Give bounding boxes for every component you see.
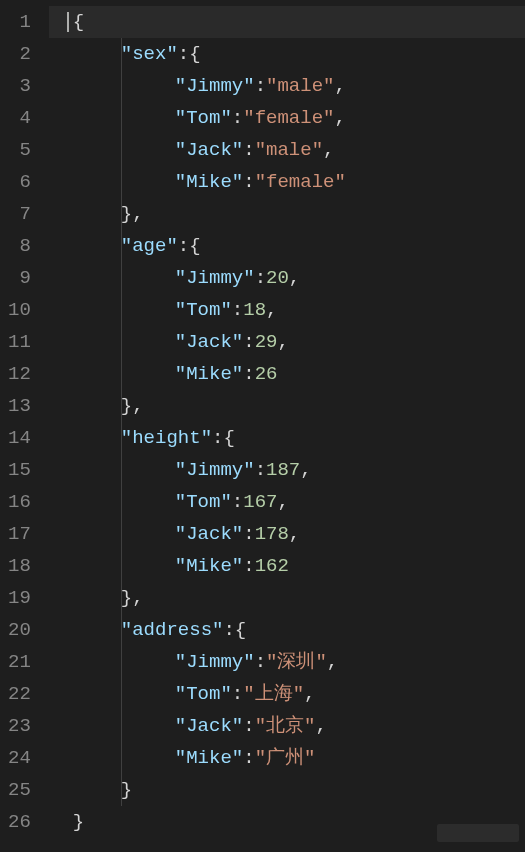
colon: : — [232, 683, 243, 705]
json-string: "北京" — [255, 715, 316, 737]
brace-close: } — [121, 779, 132, 801]
code-line: "Tom":167, — [49, 486, 525, 518]
colon: : — [255, 75, 266, 97]
comma: , — [323, 139, 334, 161]
json-number: 29 — [255, 331, 278, 353]
json-key: "Jimmy" — [175, 267, 255, 289]
comma: , — [300, 459, 311, 481]
code-line: "Jack":"北京", — [49, 710, 525, 742]
colon: : — [243, 555, 254, 577]
json-string: "female" — [243, 107, 334, 129]
code-line: "Mike":26 — [49, 358, 525, 390]
line-number: 6 — [8, 166, 31, 198]
json-key: "Tom" — [175, 299, 232, 321]
comma: , — [334, 107, 345, 129]
json-key: "sex" — [121, 43, 178, 65]
colon: : — [243, 363, 254, 385]
colon: : — [243, 139, 254, 161]
line-number: 5 — [8, 134, 31, 166]
json-key: "Jimmy" — [175, 75, 255, 97]
colon: : — [243, 331, 254, 353]
json-string: "male" — [266, 75, 334, 97]
comma: , — [327, 651, 338, 673]
punct: :{ — [223, 619, 246, 641]
line-number: 24 — [8, 742, 31, 774]
comma: , — [289, 267, 300, 289]
code-line: { — [49, 6, 525, 38]
colon: : — [243, 715, 254, 737]
line-number: 9 — [8, 262, 31, 294]
code-line: "Jack":29, — [49, 326, 525, 358]
comma: , — [277, 491, 288, 513]
colon: : — [243, 523, 254, 545]
line-number: 2 — [8, 38, 31, 70]
code-line: }, — [49, 582, 525, 614]
brace-close: }, — [121, 203, 144, 225]
line-number: 21 — [8, 646, 31, 678]
comma: , — [266, 299, 277, 321]
json-number: 20 — [266, 267, 289, 289]
comma: , — [277, 331, 288, 353]
punct: :{ — [212, 427, 235, 449]
line-number: 17 — [8, 518, 31, 550]
line-number: 13 — [8, 390, 31, 422]
code-line: "Jimmy":"male", — [49, 70, 525, 102]
json-number: 26 — [255, 363, 278, 385]
line-number: 16 — [8, 486, 31, 518]
minimap-slider[interactable] — [437, 824, 519, 842]
code-line: "Tom":"上海", — [49, 678, 525, 710]
json-key: "Jack" — [175, 139, 243, 161]
code-line: "sex":{ — [49, 38, 525, 70]
line-number: 10 — [8, 294, 31, 326]
json-string: "上海" — [243, 683, 304, 705]
line-number: 23 — [8, 710, 31, 742]
code-line: "age":{ — [49, 230, 525, 262]
code-line: "Mike":"广州" — [49, 742, 525, 774]
comma: , — [289, 523, 300, 545]
json-number: 167 — [243, 491, 277, 513]
brace-open: { — [49, 11, 84, 33]
json-key: "Tom" — [175, 683, 232, 705]
code-line: }, — [49, 198, 525, 230]
colon: : — [243, 171, 254, 193]
json-key: "age" — [121, 235, 178, 257]
json-key: "Mike" — [175, 555, 243, 577]
colon: : — [255, 459, 266, 481]
json-key: "Mike" — [175, 171, 243, 193]
line-number: 8 — [8, 230, 31, 262]
code-line: "Mike":"female" — [49, 166, 525, 198]
code-line: "Jimmy":187, — [49, 454, 525, 486]
colon: : — [255, 267, 266, 289]
json-string: "male" — [255, 139, 323, 161]
code-editor[interactable]: 1234567891011121314151617181920212223242… — [0, 0, 525, 852]
punct: :{ — [178, 43, 201, 65]
brace-close: } — [49, 811, 84, 833]
line-number: 12 — [8, 358, 31, 390]
line-number: 11 — [8, 326, 31, 358]
code-line: "Jack":"male", — [49, 134, 525, 166]
json-key: "height" — [121, 427, 212, 449]
colon: : — [232, 299, 243, 321]
comma: , — [334, 75, 345, 97]
code-line: } — [49, 774, 525, 806]
line-number: 25 — [8, 774, 31, 806]
comma: , — [304, 683, 315, 705]
json-key: "Tom" — [175, 491, 232, 513]
code-area[interactable]: { "sex":{ "Jimmy":"male", "Tom":"female"… — [49, 0, 525, 852]
line-number: 1 — [8, 6, 31, 38]
json-key: "Jack" — [175, 331, 243, 353]
json-number: 18 — [243, 299, 266, 321]
line-number: 26 — [8, 806, 31, 838]
code-line: }, — [49, 390, 525, 422]
json-key: "Jack" — [175, 523, 243, 545]
line-number: 19 — [8, 582, 31, 614]
colon: : — [243, 747, 254, 769]
line-number: 15 — [8, 454, 31, 486]
line-number: 22 — [8, 678, 31, 710]
code-line: "Jimmy":"深圳", — [49, 646, 525, 678]
colon: : — [255, 651, 266, 673]
json-key: "address" — [121, 619, 224, 641]
json-key: "Mike" — [175, 363, 243, 385]
line-number: 3 — [8, 70, 31, 102]
brace-close: }, — [121, 587, 144, 609]
